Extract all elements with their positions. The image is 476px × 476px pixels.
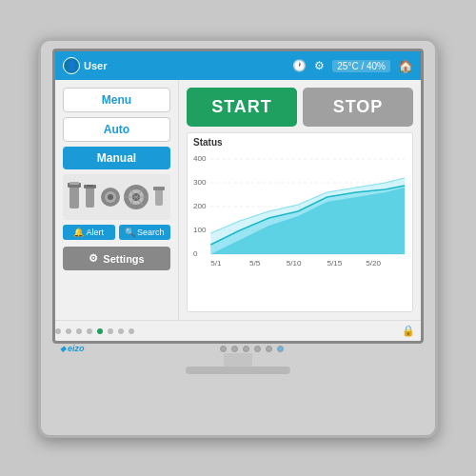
svg-rect-4 [86, 187, 94, 208]
control-btn-2[interactable] [231, 346, 238, 352]
menu-button[interactable]: Menu [63, 88, 170, 112]
power-button[interactable] [277, 346, 284, 352]
dot-6[interactable] [108, 328, 113, 334]
svg-rect-17 [153, 187, 165, 190]
main-content: Menu Auto Manual [55, 80, 421, 320]
home-icon[interactable]: 🏠 [398, 59, 413, 73]
alert-icon: 🔔 [73, 228, 84, 237]
chart-wrapper: 400 300 200 100 0 5/1 [193, 149, 407, 307]
control-btn-3[interactable] [243, 346, 249, 352]
status-chart: 400 300 200 100 0 5/1 [193, 149, 407, 273]
svg-text:5/15: 5/15 [327, 259, 343, 268]
control-btn-1[interactable] [220, 346, 227, 352]
clock-icon: 🕐 [292, 59, 307, 72]
control-btn-4[interactable] [254, 346, 261, 352]
user-label: User [84, 60, 107, 71]
parts-image [63, 174, 170, 220]
auto-button[interactable]: Auto [63, 117, 170, 142]
controls-row: ◆ eizo [52, 344, 424, 353]
stop-button[interactable]: STOP [303, 88, 413, 127]
action-buttons: START STOP [187, 88, 413, 127]
search-button[interactable]: 🔍 Search [119, 225, 171, 240]
svg-text:5/1: 5/1 [210, 259, 222, 268]
manual-button[interactable]: Manual [63, 147, 170, 169]
alert-button[interactable]: 🔔 Alert [63, 225, 115, 240]
right-panel: START STOP Status 400 300 200 100 0 [179, 80, 421, 320]
gear-icon: ⚙ [89, 252, 98, 265]
svg-text:0: 0 [193, 249, 198, 258]
brand-logo: ◆ eizo [60, 344, 85, 353]
bottom-bar: 🔒 [55, 320, 421, 341]
small-buttons: 🔔 Alert 🔍 Search [63, 225, 170, 240]
monitor: 👤 User 🕐 ⚙ 25°C / 40% 🏠 Menu Auto Manual [38, 38, 438, 438]
dot-2[interactable] [66, 328, 71, 334]
left-panel: Menu Auto Manual [55, 80, 179, 320]
svg-rect-2 [69, 182, 79, 185]
chart-title: Status [193, 137, 407, 148]
svg-text:5/5: 5/5 [249, 259, 261, 268]
screen: 👤 User 🕐 ⚙ 25°C / 40% 🏠 Menu Auto Manual [52, 49, 424, 344]
svg-text:5/20: 5/20 [366, 259, 381, 268]
svg-text:100: 100 [193, 226, 207, 234]
temperature-display: 25°C / 40% [332, 60, 390, 72]
top-bar: 👤 User 🕐 ⚙ 25°C / 40% 🏠 [55, 51, 421, 80]
dot-8[interactable] [129, 328, 134, 334]
lock-icon[interactable]: 🔒 [402, 325, 415, 337]
svg-marker-35 [210, 178, 405, 254]
dot-3[interactable] [76, 328, 82, 334]
parts-svg [65, 175, 169, 219]
avatar: 👤 [63, 57, 80, 74]
header-icons: 🕐 ⚙ 25°C / 40% 🏠 [292, 59, 413, 73]
dot-4[interactable] [87, 328, 92, 334]
control-btn-5[interactable] [266, 346, 272, 352]
settings-button[interactable]: ⚙ Settings [63, 247, 170, 270]
svg-text:5/10: 5/10 [287, 259, 302, 268]
svg-text:200: 200 [193, 202, 207, 210]
svg-point-9 [108, 194, 113, 200]
dot-1[interactable] [55, 328, 61, 334]
svg-rect-16 [155, 188, 163, 206]
monitor-neck [224, 353, 252, 367]
svg-text:400: 400 [193, 154, 207, 163]
chart-area: Status 400 300 200 100 0 [187, 132, 413, 312]
svg-text:300: 300 [193, 178, 207, 187]
search-icon: 🔍 [125, 228, 135, 237]
user-section: 👤 User [63, 57, 107, 74]
monitor-base [186, 367, 290, 374]
svg-rect-0 [69, 185, 79, 208]
dot-7[interactable] [118, 328, 124, 334]
control-buttons [89, 346, 416, 352]
dot-5-active[interactable] [97, 328, 103, 334]
sliders-icon: ⚙ [314, 59, 325, 72]
start-button[interactable]: START [187, 88, 297, 127]
